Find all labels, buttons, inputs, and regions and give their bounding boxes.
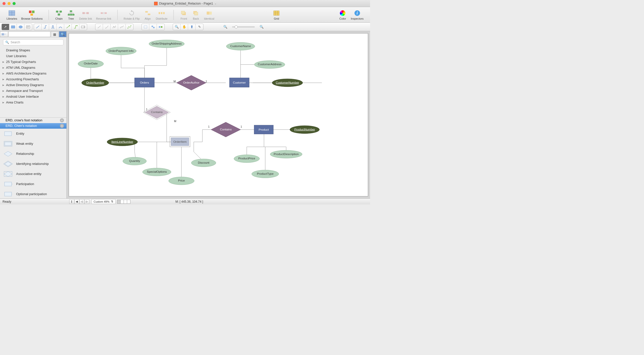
close-lib-icon[interactable]: × bbox=[60, 118, 64, 122]
grid-button[interactable]: Grid bbox=[271, 9, 281, 21]
text-tool[interactable] bbox=[24, 24, 32, 30]
shape-item[interactable]: Associative entity bbox=[0, 169, 66, 179]
view-search-button[interactable]: 🔍 bbox=[59, 31, 66, 37]
chain-button[interactable]: Chain bbox=[54, 9, 64, 21]
entity-orders[interactable]: Orders bbox=[135, 78, 154, 87]
attr-quantity[interactable]: Quantity bbox=[123, 157, 147, 165]
attr-ordershipping[interactable]: OrderShippingAddress bbox=[149, 40, 184, 48]
close-lib-icon[interactable]: × bbox=[60, 124, 64, 128]
lib-item[interactable]: ▶Active Directory Diagrams bbox=[0, 82, 66, 88]
entity-product[interactable]: Product bbox=[254, 125, 273, 134]
zoom-thumb[interactable] bbox=[235, 25, 238, 28]
pan-tool[interactable]: ✋ bbox=[181, 24, 188, 30]
open-lib-chen[interactable]: ERD, Chen's notation × bbox=[0, 123, 66, 129]
svg-text:Contains: Contains bbox=[220, 128, 232, 131]
ellipse-tool[interactable] bbox=[17, 24, 24, 30]
pointer-tool[interactable]: ➚ bbox=[2, 24, 9, 30]
lib-item[interactable]: ▶Android User Interface bbox=[0, 94, 66, 99]
attr-itemlinenumber[interactable]: ItemLineNumber bbox=[107, 138, 137, 146]
search-input[interactable]: 🔍 Search bbox=[3, 39, 63, 45]
lib-item[interactable]: ▶ATM UML Diagrams bbox=[0, 65, 66, 70]
tree-button[interactable]: Tree bbox=[66, 9, 76, 21]
lib-item[interactable]: ▶Aerospace and Transport bbox=[0, 88, 66, 94]
group-tool-2[interactable] bbox=[149, 24, 157, 30]
page-next-button[interactable]: ▷ bbox=[84, 199, 89, 204]
splitter-handle[interactable]: ‖ bbox=[69, 199, 74, 204]
view-grid-button[interactable]: ▦ bbox=[51, 31, 58, 37]
drawing-canvas[interactable]: M 1 1 M 1 1 OrderDate OrderPayment Info … bbox=[69, 33, 368, 196]
rect-tool[interactable] bbox=[9, 24, 17, 30]
shape-item[interactable]: Relationship bbox=[0, 149, 66, 159]
minimize-window-button[interactable] bbox=[8, 2, 11, 5]
page-prev-button[interactable]: ◁ bbox=[79, 199, 84, 204]
lib-item[interactable]: User Libraries bbox=[0, 53, 66, 59]
sidebar-filter[interactable] bbox=[9, 31, 50, 37]
color-button[interactable]: Color bbox=[338, 9, 348, 21]
shape-item[interactable]: Optional participation bbox=[0, 189, 66, 199]
line-tool-3[interactable] bbox=[111, 24, 118, 30]
zoom-in-button[interactable]: 🔍 bbox=[258, 24, 265, 30]
connector-7[interactable] bbox=[79, 24, 87, 30]
connector-5[interactable] bbox=[64, 24, 72, 30]
attr-productnumber[interactable]: ProductNumber bbox=[290, 126, 319, 133]
attr-producttype[interactable]: ProductType bbox=[252, 170, 279, 178]
zoom-slider[interactable] bbox=[232, 26, 255, 27]
lib-item[interactable]: ▶25 Typical Orgcharts bbox=[0, 59, 66, 65]
zoom-out-button[interactable]: 🔍 bbox=[222, 24, 229, 30]
attr-orderpayment[interactable]: OrderPayment Info bbox=[106, 47, 136, 55]
title-dropdown-icon[interactable]: ⌄ bbox=[214, 2, 217, 5]
shape-item[interactable]: Weak entity bbox=[0, 139, 66, 149]
stamp-tool[interactable] bbox=[188, 24, 196, 30]
search-icon: 🔍 bbox=[5, 41, 9, 44]
attr-productdescription[interactable]: ProductDescription bbox=[270, 150, 302, 158]
attr-specialoptions[interactable]: SpecialOptions bbox=[142, 168, 171, 176]
connector-2[interactable] bbox=[42, 24, 49, 30]
attr-customername[interactable]: CustomerName bbox=[226, 42, 255, 50]
attr-orderdate[interactable]: OrderDate bbox=[78, 60, 104, 68]
attr-price[interactable]: Price bbox=[169, 177, 194, 185]
shape-item[interactable]: Identifying relationship bbox=[0, 159, 66, 169]
attr-discount[interactable]: Discount bbox=[191, 159, 216, 167]
pen-tool[interactable]: ✎ bbox=[196, 24, 203, 30]
connector-6[interactable] bbox=[72, 24, 79, 30]
rel-contains-2[interactable]: Contains bbox=[211, 122, 240, 137]
canvas-area[interactable]: M 1 1 M 1 1 OrderDate OrderPayment Info … bbox=[67, 31, 370, 198]
line-tool-5[interactable] bbox=[126, 24, 133, 30]
lib-item[interactable]: Drawing Shapes bbox=[0, 47, 66, 53]
lib-item[interactable]: ▶AWS Architecture Diagrams bbox=[0, 70, 66, 76]
shape-item[interactable]: Participation bbox=[0, 179, 66, 189]
connector-4[interactable] bbox=[57, 24, 64, 30]
entity-orderitem[interactable]: OrderItem bbox=[170, 136, 190, 147]
browse-solutions-button[interactable]: Browse Solutions bbox=[20, 9, 44, 21]
page-first-button[interactable]: ◀ bbox=[74, 199, 79, 204]
entity-customer[interactable]: Customer bbox=[230, 78, 249, 87]
shape-item[interactable]: Entity bbox=[0, 129, 66, 139]
page-tabs[interactable] bbox=[117, 200, 130, 204]
attr-customernumber[interactable]: CustomerNumber bbox=[272, 79, 303, 87]
zoom-level[interactable]: Custom 49%⇅ bbox=[91, 199, 116, 204]
line-tool-4[interactable] bbox=[118, 24, 126, 30]
line-tool-2[interactable] bbox=[103, 24, 111, 30]
libraries-button[interactable]: Libraries bbox=[6, 9, 18, 21]
zoom-tool[interactable]: 🔍 bbox=[173, 24, 181, 30]
attr-ordernumber[interactable]: OrderNumber bbox=[82, 79, 109, 87]
stepper-icon[interactable]: ⇅ bbox=[111, 200, 113, 203]
app-icon bbox=[154, 2, 158, 5]
rel-orderauthor[interactable]: OrderAuthor bbox=[176, 75, 206, 90]
connector-1[interactable] bbox=[34, 24, 42, 30]
maximize-window-button[interactable] bbox=[13, 2, 16, 5]
connector-3[interactable] bbox=[49, 24, 57, 30]
close-window-button[interactable] bbox=[3, 2, 6, 5]
attr-customeraddress[interactable]: CustomerAddress bbox=[254, 61, 285, 68]
lib-item[interactable]: ▶Area Charts bbox=[0, 99, 66, 105]
group-tool-3[interactable] bbox=[157, 24, 164, 30]
rel-contains-1[interactable]: Contains bbox=[143, 105, 170, 120]
open-lib-crowfoot[interactable]: ERD, crow's foot notation × bbox=[0, 118, 66, 123]
svg-rect-39 bbox=[81, 26, 85, 28]
attr-productprice[interactable]: ProductPrice bbox=[234, 155, 260, 163]
group-tool-1[interactable] bbox=[142, 24, 149, 30]
lib-item[interactable]: ▶Accounting Flowcharts bbox=[0, 76, 66, 82]
sidebar-collapse-button[interactable]: ▤← bbox=[0, 31, 8, 37]
inspectors-button[interactable]: i Inspectors bbox=[350, 9, 365, 21]
line-tool-1[interactable] bbox=[95, 24, 103, 30]
